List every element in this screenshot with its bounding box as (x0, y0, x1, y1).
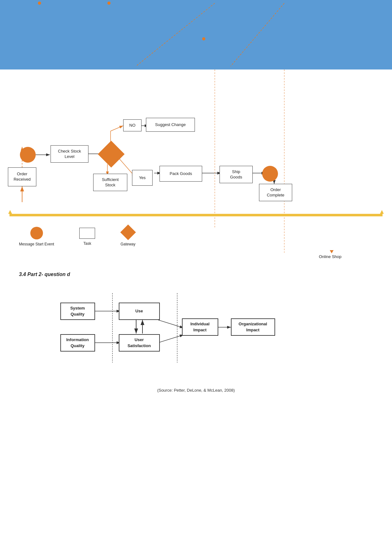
suggest-change-box: Suggest Change (146, 118, 195, 132)
use-box: Use (119, 303, 160, 320)
decoration-dot (202, 37, 205, 40)
yellow-arrow-left (8, 210, 12, 214)
svg-line-1 (231, 3, 284, 66)
yellow-bar (9, 214, 383, 216)
order-received-box: Order Received (8, 167, 36, 186)
online-shop-label: Online Shop (319, 254, 341, 259)
legend-gateway-icon (120, 225, 136, 240)
delone-diagram: SystemQuality InformationQuality Use Use… (54, 284, 338, 378)
yellow-arrow-right (380, 210, 384, 214)
end-event-circle (262, 166, 278, 182)
svg-line-16 (111, 126, 123, 131)
ship-goods-box: ShipGoods (220, 166, 253, 183)
legend-message-start: Message Start Event (19, 227, 54, 246)
user-satisfaction-box: UserSatisfaction (119, 334, 160, 352)
system-quality-box: SystemQuality (60, 303, 95, 320)
information-quality-box: InformationQuality (60, 334, 95, 352)
main-diagram: Order Received Check StockLevel Sufficie… (0, 69, 392, 265)
section-title: 3.4 Part 2- question d (0, 265, 392, 280)
legend-task-box-icon (79, 228, 95, 239)
sufficient-stock-box: SufficientStock (93, 174, 127, 191)
source-citation: (Source: Petter, DeLone, & McLean, 2008) (0, 388, 392, 393)
organizational-impact-box: OrganizationalImpact (231, 318, 275, 336)
legend-task: Task (79, 228, 95, 246)
no-label-box: NO (123, 119, 142, 131)
individual-impact-box: IndividualImpact (182, 318, 218, 336)
legend: Message Start Event Task Gateway (19, 227, 136, 246)
blue-header-section (0, 0, 392, 69)
pack-goods-box: Pack Goods (160, 166, 202, 182)
svg-line-0 (136, 3, 215, 66)
order-complete-box: OrderComplete (259, 184, 292, 201)
gateway-diamond (98, 141, 125, 168)
decoration-dot (107, 2, 111, 5)
svg-line-27 (158, 335, 184, 343)
check-stock-box: Check StockLevel (51, 145, 88, 163)
online-shop-arrow (330, 250, 334, 253)
legend-circle-icon (30, 227, 43, 239)
message-start-event-circle (20, 147, 36, 163)
legend-gateway: Gateway (120, 227, 135, 246)
svg-line-26 (158, 320, 184, 328)
yes-label-box: Yes (132, 170, 153, 186)
decoration-dot (38, 2, 41, 5)
blue-dashed-lines (0, 0, 392, 69)
